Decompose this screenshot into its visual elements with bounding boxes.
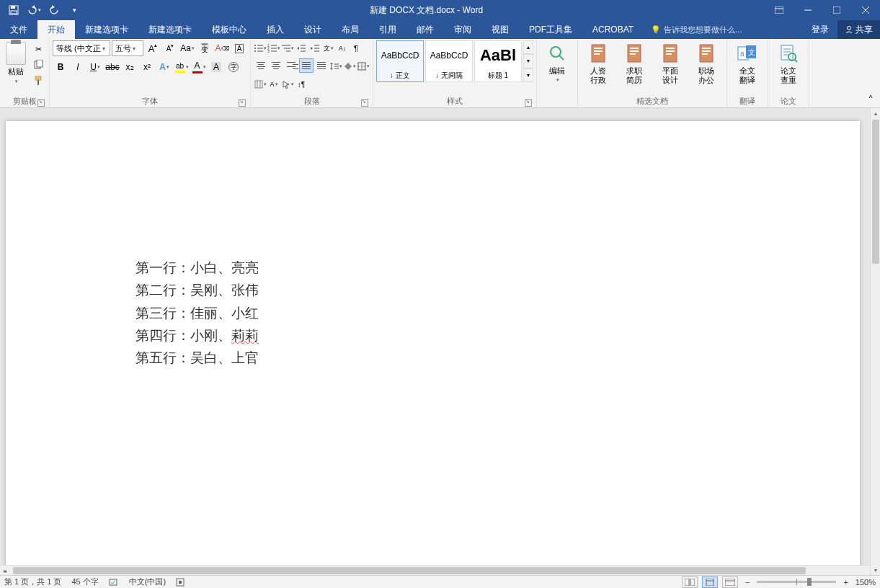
shading-button[interactable]: ▾	[343, 58, 356, 74]
tab-design[interactable]: 设计	[294, 20, 332, 39]
select-objects-button[interactable]: ▾	[281, 76, 294, 92]
language-status[interactable]: 中文(中国)	[129, 576, 166, 587]
zoom-out-button[interactable]: −	[742, 578, 752, 587]
tab-home[interactable]: 开始	[37, 20, 75, 39]
macro-status-icon[interactable]	[176, 578, 185, 587]
tab-pdf[interactable]: PDF工具集	[519, 20, 582, 39]
doc-line-5[interactable]: 第五行：吴白、上官	[135, 347, 259, 369]
char-scaling-button[interactable]: A▾	[267, 76, 280, 92]
collapse-ribbon-button[interactable]: ^	[863, 90, 879, 106]
align-justify-button[interactable]	[299, 58, 314, 73]
page-count[interactable]: 第 1 页，共 1 页	[4, 576, 61, 587]
close-button[interactable]	[851, 0, 880, 20]
tab-newtab1[interactable]: 新建选项卡	[75, 20, 138, 39]
zoom-slider[interactable]	[757, 581, 836, 583]
paste-button[interactable]: 粘贴 ▾	[3, 40, 29, 86]
shrink-font-button[interactable]: A▾	[162, 40, 178, 56]
decrease-indent-button[interactable]	[295, 40, 308, 56]
doc-line-3[interactable]: 第三行：佳丽、小红	[135, 302, 259, 324]
highlight-button[interactable]: ab▾	[174, 59, 190, 75]
login-button[interactable]: 登录	[803, 20, 837, 39]
zoom-level[interactable]: 150%	[855, 578, 876, 587]
phonetic-guide-button[interactable]: 变wén	[197, 40, 213, 56]
featured-doc-3[interactable]: 职场办公	[689, 40, 724, 86]
tab-references[interactable]: 引用	[369, 20, 406, 39]
show-marks-button[interactable]: ¶	[350, 40, 363, 56]
document-content[interactable]: 第一行：小白、亮亮 第二行：吴刚、张伟 第三行：佳丽、小红 第四行：小刚、莉莉 …	[135, 257, 259, 370]
tab-file[interactable]: 文件	[0, 20, 37, 39]
spelling-error[interactable]: 莉莉	[231, 328, 259, 343]
doc-line-2[interactable]: 第二行：吴刚、张伟	[135, 279, 259, 301]
line-spacing-button[interactable]: ▾	[329, 58, 342, 74]
vertical-scrollbar[interactable]: ▴ ▾	[870, 108, 880, 575]
doc-line-1[interactable]: 第一行：小白、亮亮	[135, 257, 259, 279]
page[interactable]: 第一行：小白、亮亮 第二行：吴刚、张伟 第三行：佳丽、小红 第四行：小刚、莉莉 …	[6, 121, 860, 568]
superscript-button[interactable]: x²	[139, 59, 155, 75]
horizontal-scrollbar[interactable]: ◂ ▸	[0, 565, 870, 575]
full-text-translate-button[interactable]: a文 全文翻译	[730, 40, 765, 86]
featured-doc-2[interactable]: 平面设计	[653, 40, 688, 86]
redo-button[interactable]	[45, 1, 63, 19]
subscript-button[interactable]: x₂	[122, 59, 138, 75]
minimize-button[interactable]	[794, 0, 822, 20]
align-right-button[interactable]	[284, 58, 298, 73]
scroll-down-button[interactable]: ▾	[871, 565, 880, 575]
tab-view[interactable]: 视图	[481, 20, 519, 39]
tab-insert[interactable]: 插入	[257, 20, 294, 39]
featured-doc-0[interactable]: 人资行政	[581, 40, 615, 86]
tab-newtab2[interactable]: 新建选项卡	[138, 20, 202, 39]
enclose-char-button[interactable]: A	[231, 40, 247, 56]
cut-button[interactable]: ✂	[30, 42, 46, 56]
paragraph-dialog-launcher[interactable]	[361, 99, 368, 107]
font-name-combo[interactable]: 等线 (中文正▾	[53, 40, 110, 56]
zoom-in-button[interactable]: +	[840, 578, 850, 587]
font-color-button[interactable]: A▾	[191, 59, 207, 75]
char-shading-button[interactable]: A	[208, 59, 224, 75]
align-distributed-button[interactable]	[314, 58, 329, 73]
tab-acrobat[interactable]: ACROBAT	[582, 20, 644, 39]
zoom-slider-thumb[interactable]	[807, 578, 812, 586]
tab-review[interactable]: 审阅	[444, 20, 481, 39]
paper-check-button[interactable]: 论文查重	[771, 40, 806, 86]
font-size-combo[interactable]: 五号▾	[112, 40, 143, 56]
enclose-circle-button[interactable]: 字	[226, 59, 241, 75]
doc-line-4[interactable]: 第四行：小刚、莉莉	[135, 324, 259, 347]
qat-customize-button[interactable]: ▾	[65, 1, 84, 19]
asian-layout-button[interactable]: 文▾	[322, 40, 335, 56]
snap-to-grid-button[interactable]: ▾	[254, 76, 267, 92]
scroll-up-button[interactable]: ▴	[871, 108, 880, 118]
clear-formatting-button[interactable]: A⌫	[214, 40, 230, 56]
style-heading1[interactable]: AaBl标题 1	[474, 40, 522, 82]
styles-down-button[interactable]: ▾	[523, 54, 533, 68]
change-case-button[interactable]: Aa▾	[179, 40, 195, 56]
align-center-button[interactable]	[269, 58, 283, 73]
clipboard-dialog-launcher[interactable]	[37, 99, 45, 107]
ribbon-display-button[interactable]	[765, 0, 794, 20]
font-dialog-launcher[interactable]	[239, 99, 246, 107]
numbering-button[interactable]: 123▾	[267, 40, 280, 56]
styles-up-button[interactable]: ▴	[523, 40, 533, 54]
styles-dialog-launcher[interactable]	[525, 99, 532, 107]
italic-button[interactable]: I	[70, 59, 86, 75]
align-left-button[interactable]	[254, 58, 268, 73]
multilevel-list-button[interactable]: ▾	[281, 40, 294, 56]
web-layout-button[interactable]	[722, 576, 738, 588]
save-button[interactable]	[4, 1, 23, 19]
tell-me-search[interactable]: 💡 告诉我您想要做什么...	[644, 20, 749, 39]
word-count[interactable]: 45 个字	[71, 576, 98, 587]
grow-font-button[interactable]: A▴	[145, 40, 161, 56]
spell-check-icon[interactable]	[109, 578, 119, 587]
bold-button[interactable]: B	[53, 59, 68, 75]
sort-button[interactable]: A↓	[336, 40, 349, 56]
text-effects-button[interactable]: A▾	[156, 59, 172, 75]
bullets-button[interactable]: ▾	[254, 40, 267, 56]
styles-more-button[interactable]: ▾	[523, 68, 533, 82]
print-layout-button[interactable]	[702, 576, 718, 588]
find-replace-button[interactable]: 编辑 ▾	[540, 40, 574, 84]
underline-button[interactable]: U▾	[87, 59, 103, 75]
read-mode-button[interactable]	[682, 576, 698, 588]
strikethrough-button[interactable]: abc	[105, 59, 120, 75]
scroll-right-button[interactable]: ▸	[0, 566, 10, 576]
borders-button[interactable]: ▾	[357, 58, 370, 74]
undo-button[interactable]: ▾	[25, 1, 43, 19]
